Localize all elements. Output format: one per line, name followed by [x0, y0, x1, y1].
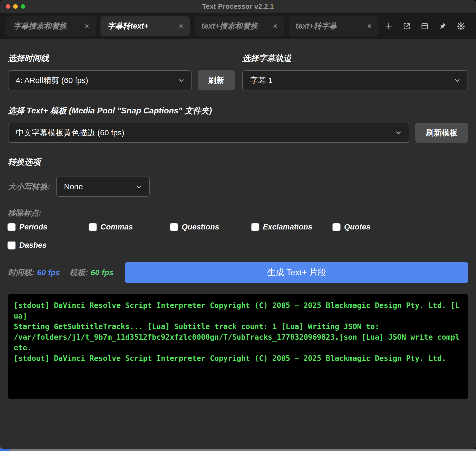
checkbox-commas[interactable]: Commas — [89, 223, 170, 231]
checkbox-box[interactable] — [8, 223, 15, 231]
case-conversion-label: 大小写转换: — [8, 181, 50, 192]
panel-layout-icon[interactable] — [420, 22, 429, 30]
case-conversion-select[interactable]: None — [56, 177, 150, 197]
checkbox-box[interactable] — [170, 223, 178, 231]
chevron-down-icon — [177, 76, 185, 84]
timeline-select-value: 4: ARoll精剪 (60 fps) — [16, 75, 88, 86]
open-external-icon[interactable] — [402, 22, 411, 30]
tab-close-icon[interactable]: × — [273, 23, 277, 30]
tab-subtitle-search-replace[interactable]: 字幕搜索和替换 × — [6, 16, 96, 36]
tab-close-icon[interactable]: × — [367, 23, 371, 30]
tab-label: 字幕搜索和替换 — [13, 21, 67, 31]
checkbox-label: Periods — [19, 223, 47, 231]
template-select[interactable]: 中文字幕模板黄色描边 (60 fps) — [8, 123, 409, 143]
checkbox-periods[interactable]: Periods — [8, 223, 89, 231]
chevron-down-icon — [395, 129, 402, 137]
checkbox-box[interactable] — [89, 223, 97, 231]
timeline-fps-label: 时间线: — [8, 267, 34, 278]
checkbox-label: Exclamations — [263, 223, 312, 231]
checkbox-questions[interactable]: Questions — [170, 223, 251, 231]
checkbox-label: Questions — [182, 223, 219, 231]
punctuation-checkbox-grid: Periods Commas Questions Exclamations Qu… — [8, 223, 468, 250]
console-line: Starting GetSubtitleTracks... [Lua] Subt… — [14, 321, 462, 332]
console-output: [stdout] DaVinci Resolve Script Interpre… — [8, 294, 468, 399]
chevron-down-icon — [135, 183, 143, 191]
conversion-options-heading: 转换选项 — [8, 157, 468, 168]
tab-label: text+转字幕 — [296, 21, 337, 31]
template-section-label: 选择 Text+ 模板 (Media Pool "Snap Captions" … — [8, 105, 468, 116]
subtitle-track-select-value: 字幕 1 — [250, 75, 273, 86]
subtitle-track-section-label: 选择字幕轨道 — [242, 53, 468, 64]
timeline-section-label: 选择时间线 — [8, 53, 192, 64]
refresh-templates-button[interactable]: 刷新模板 — [415, 123, 468, 143]
titlebar: Text Processor v2.2.1 — [0, 0, 476, 13]
timeline-select[interactable]: 4: ARoll精剪 (60 fps) — [8, 70, 192, 90]
template-select-value: 中文字幕模板黄色描边 (60 fps) — [16, 127, 124, 138]
traffic-lights — [6, 0, 25, 13]
zoom-window-button[interactable] — [21, 4, 25, 9]
minimize-window-button[interactable] — [13, 4, 18, 9]
console-line: [stdout] DaVinci Resolve Script Interpre… — [14, 353, 462, 364]
tab-close-icon[interactable]: × — [85, 23, 89, 30]
subtitle-track-select[interactable]: 字幕 1 — [242, 70, 468, 90]
generate-textplus-button[interactable]: 生成 Text+ 片段 — [125, 262, 468, 283]
main-content: 选择时间线 4: ARoll精剪 (60 fps) 刷新 选择字幕轨道 字幕 1… — [0, 39, 476, 399]
tab-label: 字幕转text+ — [107, 21, 149, 31]
template-fps-value: 60 fps — [91, 268, 114, 277]
case-conversion-value: None — [64, 182, 83, 191]
new-tab-plus-icon[interactable] — [385, 22, 393, 30]
template-fps-label: 模板: — [70, 267, 88, 278]
tab-label: text+搜索和替换 — [202, 21, 258, 31]
tab-textplus-to-subtitle[interactable]: text+转字幕 × — [289, 16, 378, 36]
checkbox-dashes[interactable]: Dashes — [8, 241, 89, 250]
checkbox-box[interactable] — [333, 223, 340, 231]
tab-subtitle-to-textplus[interactable]: 字幕转text+ × — [100, 16, 190, 36]
checkbox-box[interactable] — [251, 223, 259, 231]
pin-icon[interactable] — [438, 22, 447, 30]
checkbox-label: Quotes — [344, 223, 370, 231]
console-line: /var/folders/j1/t_9b7m_11d3512fbc92xfzlc… — [14, 332, 462, 353]
timeline-fps-value: 60 fps — [37, 268, 60, 277]
checkbox-box[interactable] — [8, 242, 15, 249]
window-title: Text Processor v2.2.1 — [202, 2, 274, 11]
checkbox-label: Commas — [100, 223, 133, 231]
refresh-timelines-button[interactable]: 刷新 — [198, 70, 235, 90]
settings-gear-icon[interactable] — [456, 22, 465, 31]
checkbox-exclamations[interactable]: Exclamations — [251, 223, 333, 231]
close-window-button[interactable] — [6, 4, 10, 9]
checkbox-label: Dashes — [19, 241, 47, 250]
toolbar-actions — [385, 16, 476, 36]
app-window: Text Processor v2.2.1 字幕搜索和替换 × 字幕转text+… — [0, 0, 476, 449]
console-line: [stdout] DaVinci Resolve Script Interpre… — [14, 300, 462, 321]
status-row: 时间线: 60 fps 模板: 60 fps 生成 Text+ 片段 — [8, 262, 468, 283]
chevron-down-icon — [453, 76, 461, 84]
desktop-bottom-strip — [0, 449, 476, 451]
tab-textplus-search-replace[interactable]: text+搜索和替换 × — [195, 16, 284, 36]
tab-bar: 字幕搜索和替换 × 字幕转text+ × text+搜索和替换 × text+转… — [0, 13, 476, 39]
checkbox-quotes[interactable]: Quotes — [333, 223, 414, 231]
tab-close-icon[interactable]: × — [179, 23, 183, 30]
remove-punctuation-label: 移除标点: — [8, 208, 468, 218]
